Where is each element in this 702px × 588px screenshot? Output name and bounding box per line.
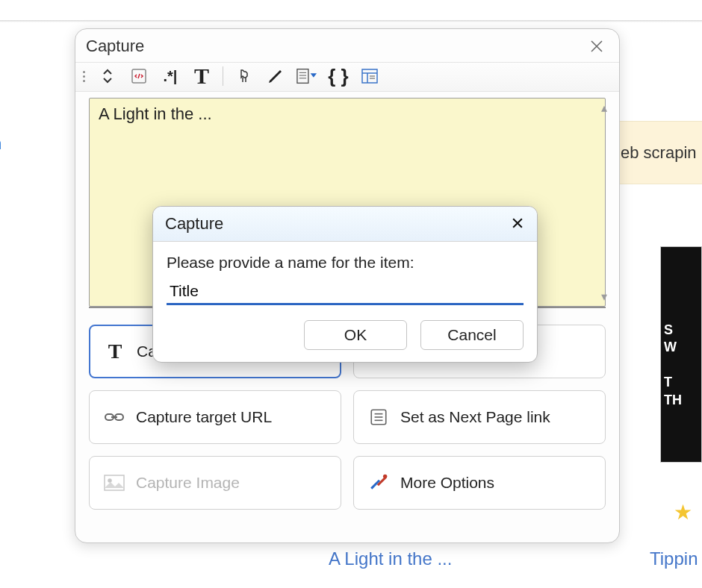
item-name-input[interactable] — [167, 279, 524, 305]
more-options-button[interactable]: More Options — [353, 456, 606, 510]
scroll-down-icon[interactable]: ▾ — [601, 290, 607, 304]
dialog-prompt: Please provide a name for the item: — [167, 254, 524, 272]
star-icon: ★ — [674, 500, 692, 525]
page-divider — [0, 20, 702, 22]
toolbar-grip — [83, 71, 87, 82]
braces-icon[interactable]: { } — [328, 66, 349, 87]
capture-titlebar: Capture — [75, 29, 619, 62]
capture-image-button: Capture Image — [89, 456, 341, 510]
action-label: Capture target URL — [136, 408, 272, 426]
layout-icon[interactable] — [359, 66, 380, 87]
bg-product-link[interactable]: A Light in the ... — [329, 548, 452, 569]
preview-text: A Light in the ... — [99, 104, 212, 123]
action-label: Set as Next Page link — [400, 408, 550, 426]
bg-text-fragment: n — [0, 134, 1, 154]
bg-product-link[interactable]: Tippin — [650, 548, 698, 569]
page-list-icon — [367, 406, 390, 428]
toolbar-separator — [223, 66, 223, 86]
text-icon[interactable]: T — [191, 66, 212, 87]
dialog-titlebar: Capture — [153, 207, 537, 242]
action-label: More Options — [400, 474, 494, 492]
expand-icon[interactable] — [97, 66, 118, 87]
action-label: Capture Image — [136, 474, 240, 492]
capture-window-title: Capture — [86, 37, 144, 56]
image-icon — [103, 472, 125, 494]
dialog-footer: OK Cancel — [153, 310, 537, 362]
bg-banner-text: eb scrapin — [621, 143, 697, 163]
close-icon[interactable] — [588, 37, 606, 55]
dialog-title: Capture — [165, 214, 223, 234]
bg-book-cover: S W T TH — [660, 246, 702, 463]
html-source-icon[interactable] — [128, 66, 149, 87]
capture-toolbar: .*| T { } — [75, 62, 619, 92]
tools-icon — [367, 472, 390, 494]
regex-icon[interactable]: .*| — [160, 66, 181, 87]
svg-point-19 — [383, 475, 387, 478]
dialog-body: Please provide a name for the item: — [153, 242, 537, 310]
list-dropdown-icon[interactable] — [296, 66, 317, 87]
bg-banner: eb scrapin — [612, 121, 702, 184]
text-icon: T — [104, 340, 126, 363]
svg-point-18 — [108, 479, 111, 482]
cancel-button[interactable]: Cancel — [420, 320, 524, 350]
svg-rect-1 — [297, 69, 308, 84]
set-next-page-button[interactable]: Set as Next Page link — [353, 390, 606, 444]
name-item-dialog: Capture Please provide a name for the it… — [152, 206, 538, 363]
close-icon[interactable] — [510, 214, 525, 234]
capture-url-button[interactable]: Capture target URL — [89, 390, 341, 444]
ok-button[interactable]: OK — [304, 320, 407, 350]
pencil-icon[interactable] — [265, 66, 286, 87]
pointer-icon[interactable] — [234, 66, 255, 87]
link-icon — [103, 406, 125, 428]
scroll-up-icon[interactable]: ▴ — [601, 101, 607, 115]
